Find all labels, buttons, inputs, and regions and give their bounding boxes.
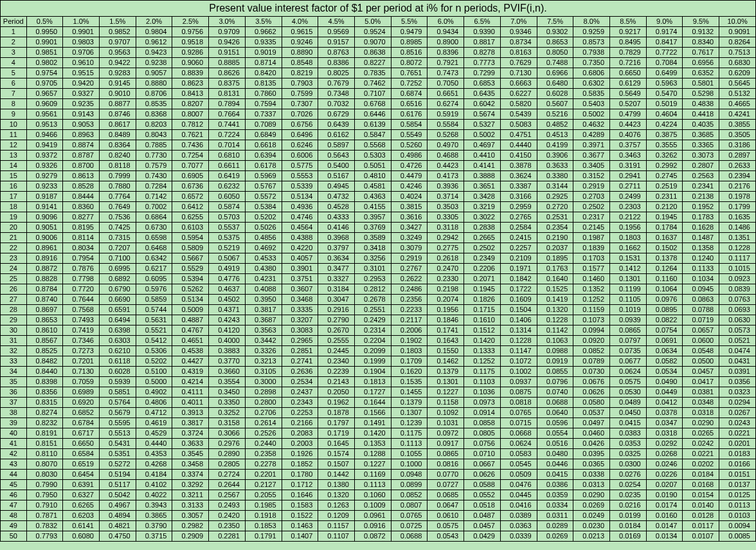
value-cell: 0.6419 (209, 171, 246, 181)
value-cell: 0.2349 (464, 253, 501, 264)
value-cell: 0.9513 (26, 120, 63, 130)
value-cell: 0.1797 (318, 418, 355, 428)
value-cell: 0.8386 (318, 58, 355, 68)
value-cell: 0.4619 (136, 418, 172, 428)
value-cell: 0.2838 (464, 223, 501, 233)
value-cell: 0.8151 (26, 439, 63, 449)
value-cell: 0.2534 (282, 377, 318, 387)
value-cell: 0.0865 (428, 449, 464, 459)
value-cell: 0.8535 (136, 99, 172, 109)
value-cell: 0.1852 (282, 459, 318, 470)
value-cell: 0.3047 (318, 295, 355, 305)
value-cell: 0.2206 (464, 264, 501, 274)
value-cell: 0.8030 (26, 470, 63, 480)
value-cell: 0.7130 (63, 367, 100, 377)
value-cell: 0.4120 (209, 325, 246, 336)
value-cell: 0.0450 (610, 408, 647, 418)
value-cell: 0.6989 (63, 387, 100, 398)
value-cell: 0.1985 (245, 500, 282, 511)
value-cell: 0.3292 (172, 480, 209, 490)
value-cell: 0.2341 (683, 181, 719, 192)
value-cell: 0.0431 (719, 356, 756, 367)
value-cell: 0.1133 (683, 264, 719, 274)
value-cell: 0.7201 (63, 356, 100, 367)
value-cell: 0.2317 (573, 212, 610, 223)
value-cell: 0.7876 (63, 264, 100, 274)
value-cell: 0.1839 (573, 243, 610, 253)
value-cell: 0.1504 (500, 305, 537, 315)
rate-header: 7.5% (537, 17, 573, 27)
value-cell: 0.3677 (573, 151, 610, 161)
value-cell: 0.2526 (245, 428, 282, 439)
value-cell: 0.1628 (683, 223, 719, 233)
value-cell: 0.3883 (209, 346, 246, 356)
value-cell: 0.7284 (136, 181, 172, 192)
value-cell: 0.8874 (63, 140, 100, 151)
value-cell: 0.5083 (500, 120, 537, 130)
value-cell: 0.5400 (318, 161, 355, 171)
value-cell: 0.0207 (646, 480, 683, 490)
value-cell: 0.9563 (99, 48, 136, 58)
value-cell: 0.2665 (464, 233, 501, 243)
value-cell: 0.3079 (391, 243, 428, 253)
value-cell: 0.0169 (610, 531, 647, 542)
value-cell: 0.3589 (354, 233, 391, 243)
value-cell: 0.6028 (537, 89, 573, 99)
table-row: 390.82320.67840.55950.46190.38170.31580.… (1, 418, 756, 428)
value-cell: 0.4076 (610, 130, 647, 140)
value-cell: 0.0290 (683, 418, 719, 428)
value-cell: 0.9802 (26, 58, 63, 68)
value-cell: 0.8573 (573, 37, 610, 48)
value-cell: 0.7950 (26, 490, 63, 500)
value-cell: 0.1703 (573, 253, 610, 264)
value-cell: 0.0199 (610, 511, 647, 521)
value-cell: 0.5521 (136, 325, 172, 336)
value-cell: 0.1228 (537, 315, 573, 325)
value-cell: 0.8274 (26, 408, 63, 418)
value-cell: 0.0160 (646, 511, 683, 521)
value-cell: 0.0113 (719, 500, 756, 511)
period-cell: 36 (1, 387, 27, 398)
value-cell: 0.5767 (245, 181, 282, 192)
value-cell: 0.5202 (245, 212, 282, 223)
value-cell: 0.8264 (719, 37, 756, 48)
value-cell: 0.5513 (99, 428, 136, 439)
value-cell: 0.1803 (391, 346, 428, 356)
value-cell: 0.3724 (172, 428, 209, 439)
value-cell: 0.2445 (318, 346, 355, 356)
value-cell: 0.2343 (282, 398, 318, 408)
value-cell: 0.7579 (136, 161, 172, 171)
value-cell: 0.6790 (99, 284, 136, 295)
value-cell: 0.0537 (573, 408, 610, 418)
period-cell: 28 (1, 305, 27, 315)
value-cell: 0.3166 (500, 192, 537, 202)
value-cell: 0.1227 (428, 387, 464, 398)
value-cell: 0.1105 (610, 295, 647, 305)
value-cell: 0.4353 (136, 449, 172, 459)
rate-header: 0.5% (26, 17, 63, 27)
value-cell: 0.6849 (245, 130, 282, 140)
value-cell: 0.0543 (428, 531, 464, 542)
value-cell: 0.1645 (318, 439, 355, 449)
table-row: 140.93260.87000.81180.75790.70770.66110.… (1, 161, 756, 171)
value-cell: 0.2812 (354, 284, 391, 295)
value-cell: 0.4184 (136, 470, 172, 480)
value-cell: 0.1073 (573, 315, 610, 325)
value-cell: 0.0668 (500, 428, 537, 439)
value-cell: 0.0518 (464, 500, 501, 511)
value-cell: 0.4380 (245, 264, 282, 274)
value-cell: 0.0763 (719, 295, 756, 305)
value-cell: 0.3428 (464, 192, 501, 202)
value-cell: 0.1640 (537, 274, 573, 284)
value-cell: 0.3607 (282, 284, 318, 295)
value-cell: 0.0872 (354, 531, 391, 542)
value-cell: 0.0221 (719, 428, 756, 439)
value-cell: 0.4986 (391, 151, 428, 161)
value-cell: 0.7880 (99, 181, 136, 192)
value-cell: 0.3906 (537, 151, 573, 161)
value-cell: 0.1228 (500, 336, 537, 346)
value-cell: 0.3815 (391, 202, 428, 212)
value-cell: 0.0389 (500, 511, 537, 521)
table-row: 290.86530.74930.64940.56310.48870.42430.… (1, 315, 756, 325)
value-cell: 0.7307 (282, 99, 318, 109)
